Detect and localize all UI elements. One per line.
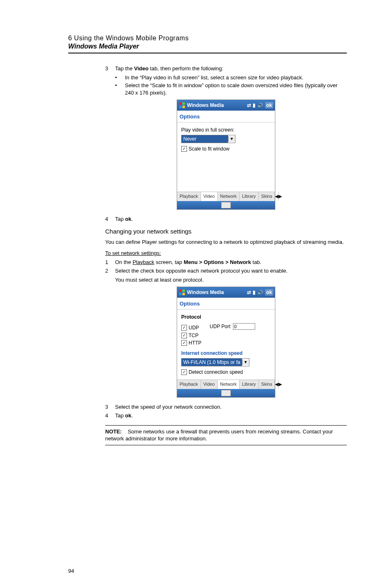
- checkbox-label: Detect connection speed: [189, 369, 243, 375]
- tab-scroll-left[interactable]: ◀: [275, 192, 279, 201]
- checkbox-icon: ✓: [181, 340, 187, 346]
- http-checkbox[interactable]: ✓HTTP: [181, 340, 271, 346]
- checkbox-label: HTTP: [189, 340, 201, 346]
- note-rule-top: [105, 425, 347, 426]
- phone-titlebar: Windows Media ⇄ ▮ 🔊 ok: [177, 287, 275, 298]
- text: Tap: [115, 216, 125, 222]
- tab-video[interactable]: Video: [201, 380, 218, 389]
- header-rule: [68, 53, 347, 53]
- checkbox-icon: ✓: [181, 325, 187, 331]
- text: tab.: [251, 259, 261, 265]
- scale-checkbox[interactable]: ✓ Scale to fit window: [181, 146, 271, 152]
- net-step-1: 1 On the Playback screen, tap Menu > Opt…: [105, 259, 347, 266]
- text-bold: ok: [125, 216, 131, 222]
- svg-rect-4: [179, 289, 182, 292]
- note-label: NOTE:: [105, 428, 122, 435]
- signal-icon: ▮: [253, 289, 256, 296]
- text-underline: Playback: [133, 259, 154, 265]
- checkbox-label: UDP: [189, 324, 199, 331]
- signal-icon: ▮: [253, 102, 256, 109]
- step-number: 4: [105, 215, 115, 223]
- tab-network[interactable]: Network: [218, 380, 240, 389]
- phone-title-text: Windows Media: [187, 289, 247, 296]
- ok-button[interactable]: ok: [265, 289, 273, 296]
- step-3: 3 Tap the Video tab, then perform the fo…: [105, 65, 347, 72]
- options-heading: Options: [177, 298, 275, 310]
- text: .: [131, 412, 133, 419]
- note-block: NOTE: Some networks use a firewall that …: [105, 428, 347, 442]
- step-text: Tap the Video tab, then perform the foll…: [115, 65, 224, 72]
- speaker-icon: 🔊: [257, 289, 263, 296]
- step-text: On the Playback screen, tap Menu > Optio…: [115, 259, 261, 266]
- udp-port-input[interactable]: 0: [233, 323, 255, 330]
- ics-select[interactable]: Wi-Fi/LAN (1.0 Mbps or fa ▼: [181, 358, 249, 366]
- text: Tap: [115, 412, 125, 419]
- note-text: Some networks use a firewall that preven…: [105, 428, 333, 442]
- bullet-text: In the “Play video in full screen” list,…: [125, 74, 347, 81]
- screenshot-video-options: Windows Media ⇄ ▮ 🔊 ok Options Play vide…: [177, 100, 275, 210]
- step-text: Select the speed of your network connect…: [115, 403, 221, 411]
- net-step-3: 3 Select the speed of your network conne…: [105, 403, 347, 411]
- select-value: Wi-Fi/LAN (1.0 Mbps or fa: [182, 359, 242, 366]
- step-number: 2: [105, 267, 115, 275]
- tab-skins[interactable]: Skins: [259, 192, 275, 201]
- keyboard-icon[interactable]: [221, 390, 231, 396]
- sip-bar: [177, 201, 275, 209]
- tab-playback[interactable]: Playback: [177, 380, 201, 389]
- step-4: 4 Tap ok.: [105, 215, 347, 223]
- net-step-2: 2 Select the check box opposite each net…: [105, 267, 347, 275]
- tab-video[interactable]: Video: [201, 192, 218, 201]
- text-bold: Menu > Options > Network: [184, 259, 251, 265]
- chevron-down-icon[interactable]: ▼: [242, 359, 249, 365]
- tab-playback[interactable]: Playback: [177, 192, 201, 201]
- connectivity-icon: ⇄: [247, 289, 251, 296]
- text-bold: Video: [134, 65, 148, 72]
- tab-library[interactable]: Library: [240, 192, 259, 201]
- select-value: Never: [182, 135, 228, 143]
- tab-skins[interactable]: Skins: [259, 380, 275, 389]
- screenshot-network-options: Windows Media ⇄ ▮ 🔊 ok Options Protocol …: [177, 287, 275, 398]
- sip-bar: [177, 389, 275, 397]
- bullet-2: • Select the “Scale to fit in window” op…: [115, 82, 347, 96]
- step-number: 3: [105, 403, 115, 411]
- ok-button[interactable]: ok: [265, 102, 273, 109]
- svg-rect-3: [182, 106, 185, 108]
- checkbox-icon: ✓: [181, 146, 187, 152]
- tab-scroll-right[interactable]: ▶: [279, 192, 282, 201]
- text: On the: [115, 259, 133, 265]
- tab-library[interactable]: Library: [240, 380, 259, 389]
- tab-scroll-left[interactable]: ◀: [275, 380, 279, 389]
- step-number: 1: [105, 259, 115, 266]
- tab-scroll-right[interactable]: ▶: [279, 380, 282, 389]
- udp-checkbox[interactable]: ✓UDP: [181, 324, 199, 331]
- svg-rect-5: [182, 289, 185, 292]
- text: tab, then perform the following:: [148, 65, 223, 72]
- step-2-note: You must select at least one protocol.: [115, 276, 347, 284]
- to-set-heading: To set network settings:: [105, 250, 347, 257]
- windows-flag-icon: [179, 289, 185, 296]
- chevron-down-icon[interactable]: ▼: [228, 136, 235, 142]
- checkbox-label: Scale to fit window: [189, 146, 229, 152]
- step-text: Select the check box opposite each netwo…: [115, 267, 288, 275]
- play-video-select[interactable]: Never ▼: [181, 135, 235, 143]
- detect-checkbox[interactable]: ✓Detect connection speed: [181, 369, 271, 375]
- udp-port-label: UDP Port: [210, 323, 230, 330]
- phone-title-text: Windows Media: [187, 102, 247, 109]
- phone-tabs: Playback Video Network Library Skins ◀ ▶: [177, 192, 275, 201]
- keyboard-icon[interactable]: [221, 202, 231, 208]
- connectivity-icon: ⇄: [247, 102, 251, 109]
- tcp-checkbox[interactable]: ✓TCP: [181, 332, 271, 339]
- step-number: 3: [105, 65, 115, 72]
- chapter-title: 6 Using the Windows Mobile Programs: [68, 35, 347, 42]
- ics-heading: Internet connection speed: [181, 350, 271, 357]
- svg-rect-6: [179, 293, 182, 295]
- svg-rect-2: [179, 106, 182, 108]
- subheading-network: Changing your network settings: [105, 227, 347, 236]
- tab-network[interactable]: Network: [218, 192, 240, 201]
- bullet-1: • In the “Play video in full screen” lis…: [115, 74, 347, 81]
- protocol-heading: Protocol: [181, 314, 271, 320]
- note-rule-bottom: [105, 445, 347, 445]
- windows-flag-icon: [179, 102, 185, 109]
- status-icons: ⇄ ▮ 🔊 ok: [247, 102, 273, 109]
- svg-rect-1: [182, 102, 185, 105]
